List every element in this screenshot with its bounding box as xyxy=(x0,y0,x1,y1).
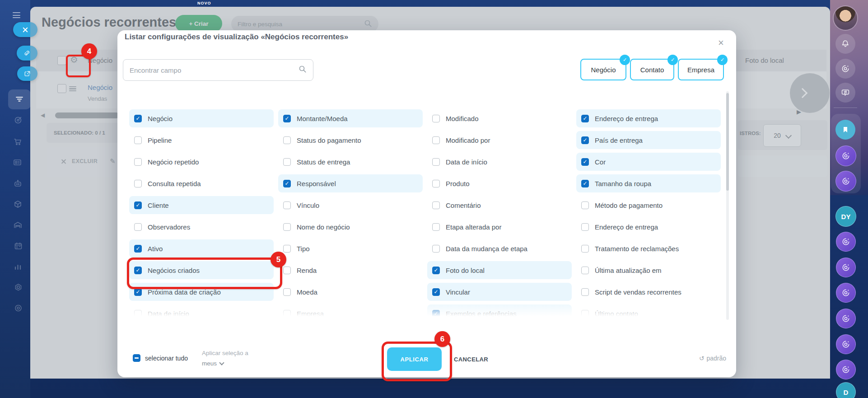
find-field-input[interactable]: Encontrar campo xyxy=(123,59,313,81)
modal-scrollbar-thumb[interactable] xyxy=(726,93,729,191)
field-checkbox-option[interactable]: Consulta repetida xyxy=(129,174,274,192)
unchecked-checkbox[interactable] xyxy=(283,223,291,231)
copilot-chat[interactable] xyxy=(836,258,856,277)
unchecked-checkbox[interactable] xyxy=(432,136,440,144)
user-chat[interactable]: D xyxy=(836,382,856,398)
copilot-chat[interactable] xyxy=(836,309,856,328)
saved-messages-bookmark[interactable] xyxy=(835,120,855,140)
unchecked-checkbox[interactable] xyxy=(134,136,142,144)
unchecked-checkbox[interactable] xyxy=(581,223,589,231)
field-checkbox-option[interactable]: ✓Responsável xyxy=(278,174,423,192)
hexagon-settings-icon[interactable] xyxy=(14,283,23,294)
field-checkbox-option[interactable]: Modificado por xyxy=(427,131,572,149)
apply-scope-dropdown[interactable]: meus xyxy=(202,360,224,367)
user-chat[interactable]: DY xyxy=(835,206,856,227)
target-icon[interactable] xyxy=(14,115,23,126)
field-checkbox-option[interactable]: ✓Endereço de entrega xyxy=(576,109,721,127)
field-checkbox-option[interactable]: ✓Montante/Moeda xyxy=(278,109,423,127)
package-icon[interactable] xyxy=(13,200,23,211)
field-checkbox-option[interactable]: Renda xyxy=(278,261,423,279)
unchecked-checkbox[interactable] xyxy=(432,223,440,231)
field-checkbox-option[interactable]: ✓Tamanho da roupa xyxy=(576,174,721,192)
reset-default-button[interactable]: ↺padrão xyxy=(677,355,726,362)
unchecked-checkbox[interactable] xyxy=(432,245,440,253)
checked-checkbox[interactable]: ✓ xyxy=(581,136,589,144)
field-checkbox-option[interactable]: Método de pagamento xyxy=(576,196,721,214)
checked-checkbox[interactable]: ✓ xyxy=(581,115,589,122)
checked-checkbox[interactable]: ✓ xyxy=(134,245,142,253)
checked-checkbox[interactable]: ✓ xyxy=(134,288,142,296)
field-checkbox-option[interactable]: ✓Cor xyxy=(576,153,721,171)
field-checkbox-option[interactable]: Tratamento de reclamações xyxy=(576,239,721,258)
field-checkbox-option[interactable]: Data da mudança de etapa xyxy=(427,239,572,258)
checked-checkbox[interactable]: ✓ xyxy=(432,288,440,296)
unchecked-checkbox[interactable] xyxy=(283,288,291,296)
field-checkbox-option[interactable]: Script de vendas recorrentes xyxy=(576,283,721,301)
indeterminate-checkbox[interactable] xyxy=(133,354,140,362)
cart-icon[interactable] xyxy=(13,137,23,148)
user-avatar[interactable] xyxy=(834,6,857,30)
copilot-chat[interactable] xyxy=(835,171,856,192)
field-checkbox-option[interactable]: Comentário xyxy=(427,196,572,214)
field-checkbox-option[interactable]: Data de início xyxy=(427,153,572,171)
unchecked-checkbox[interactable] xyxy=(581,201,589,209)
bot-icon[interactable] xyxy=(13,179,23,190)
filter-icon[interactable] xyxy=(8,89,31,109)
copilot-icon[interactable] xyxy=(835,59,855,79)
unchecked-checkbox[interactable] xyxy=(581,267,589,274)
unchecked-checkbox[interactable] xyxy=(134,180,142,187)
unchecked-checkbox[interactable] xyxy=(581,288,589,296)
checked-checkbox[interactable]: ✓ xyxy=(581,180,589,187)
unchecked-checkbox[interactable] xyxy=(581,245,589,253)
field-checkbox-option[interactable]: ✓Negócio xyxy=(129,109,274,127)
field-checkbox-option[interactable]: Pipeline xyxy=(129,131,274,149)
checked-checkbox[interactable]: ✓ xyxy=(432,267,440,274)
field-checkbox-option[interactable]: ✓Foto do local xyxy=(427,261,572,279)
tab-entity-empresa[interactable]: Empresa✓ xyxy=(678,59,724,80)
field-checkbox-option[interactable]: Modificado xyxy=(427,109,572,127)
copilot-chat[interactable] xyxy=(836,232,856,252)
field-checkbox-option[interactable]: Negócio repetido xyxy=(129,153,274,171)
field-checkbox-option[interactable]: ✓Cliente xyxy=(129,196,274,214)
copilot-chat[interactable] xyxy=(835,145,856,166)
checked-checkbox[interactable]: ✓ xyxy=(134,115,142,122)
unchecked-checkbox[interactable] xyxy=(283,136,291,144)
checked-checkbox[interactable]: ✓ xyxy=(581,158,589,166)
field-checkbox-option[interactable]: ✓Ativo xyxy=(129,239,274,258)
cancel-button[interactable]: CANCELAR xyxy=(454,356,488,363)
field-checkbox-option[interactable]: ✓Vincular xyxy=(427,283,572,301)
unchecked-checkbox[interactable] xyxy=(432,158,440,166)
field-checkbox-option[interactable]: ✓País de entrega xyxy=(576,131,721,149)
field-checkbox-option[interactable]: Vínculo xyxy=(278,196,423,214)
copilot-chat[interactable] xyxy=(836,283,856,303)
field-checkbox-option[interactable]: Nome do negócio xyxy=(278,218,423,236)
unchecked-checkbox[interactable] xyxy=(283,158,291,166)
topbar-novo-label[interactable]: NOVO xyxy=(197,1,211,5)
field-checkbox-option[interactable]: Etapa alterada por xyxy=(427,218,572,236)
checked-checkbox[interactable]: ✓ xyxy=(134,201,142,209)
calendar-icon[interactable] xyxy=(14,241,23,253)
unchecked-checkbox[interactable] xyxy=(283,267,291,274)
field-checkbox-option[interactable]: Última atualização em xyxy=(576,261,721,279)
unchecked-checkbox[interactable] xyxy=(432,201,440,209)
tab-entity-negocio[interactable]: Negócio✓ xyxy=(580,59,626,80)
copilot-chat[interactable] xyxy=(836,334,856,354)
field-checkbox-option[interactable]: Status do pagamento xyxy=(278,131,423,149)
field-checkbox-option[interactable]: Observadores xyxy=(129,218,274,236)
unchecked-checkbox[interactable] xyxy=(134,158,142,166)
field-checkbox-option[interactable]: Moeda xyxy=(278,283,423,301)
checked-checkbox[interactable]: ✓ xyxy=(283,115,291,122)
unchecked-checkbox[interactable] xyxy=(432,115,440,122)
unchecked-checkbox[interactable] xyxy=(283,245,291,253)
unchecked-checkbox[interactable] xyxy=(134,223,142,231)
field-checkbox-option[interactable]: Status de entrega xyxy=(278,153,423,171)
garage-icon[interactable] xyxy=(13,220,23,232)
hamburger-icon[interactable] xyxy=(13,12,20,18)
unchecked-checkbox[interactable] xyxy=(283,201,291,209)
chat-sync-icon[interactable] xyxy=(835,83,855,103)
checked-checkbox[interactable]: ✓ xyxy=(283,180,291,187)
field-checkbox-option[interactable]: Endereço de entrega xyxy=(576,218,721,236)
field-checkbox-option[interactable]: Tipo xyxy=(278,239,423,258)
unchecked-checkbox[interactable] xyxy=(432,180,440,187)
tab-entity-contato[interactable]: Contato✓ xyxy=(630,59,674,80)
